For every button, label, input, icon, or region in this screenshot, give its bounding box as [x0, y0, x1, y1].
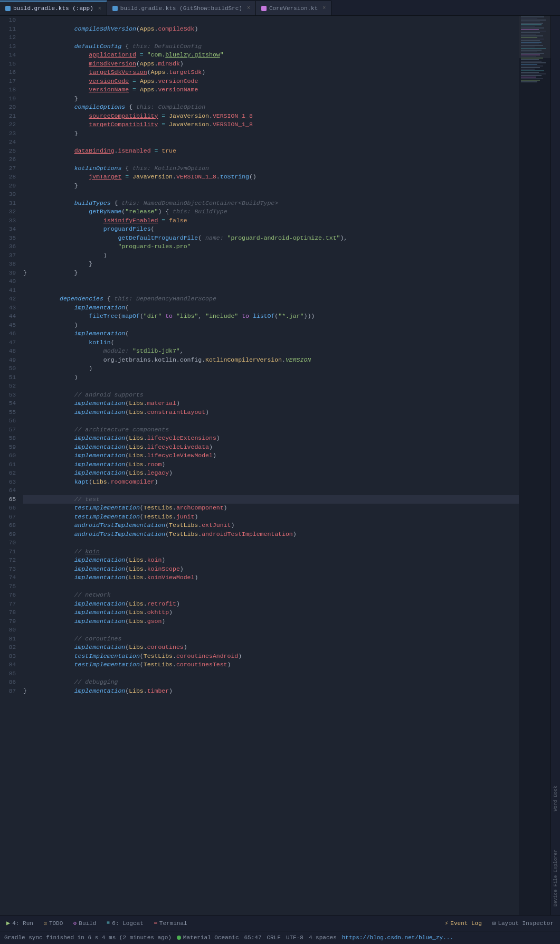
build-label: Build [79, 920, 96, 927]
cursor-position: 65:47 [244, 934, 261, 941]
code-line: // debugging [23, 669, 519, 678]
event-log-button[interactable]: ⚡ Event Log [443, 919, 484, 928]
build-button[interactable]: ⚙ Build [71, 919, 98, 928]
layout-inspector-icon: ⊞ [492, 920, 496, 927]
code-line: // architecture components [23, 417, 519, 426]
layout-inspector-button[interactable]: ⊞ Layout Inspector [490, 919, 556, 928]
code-line: // coroutines [23, 626, 519, 635]
status-dot-icon [177, 936, 181, 940]
code-line: // network [23, 582, 519, 591]
code-line: compileOptions { this: CompileOption [23, 95, 519, 103]
indent-info: 4 spaces [309, 934, 337, 941]
theme-label: Material Oceanic [183, 934, 239, 941]
tab-close-2[interactable]: × [247, 5, 250, 11]
code-content: compileSdkVersion(Apps.compileSdk) defau… [20, 16, 519, 915]
device-file-explorer-button[interactable]: Device File Explorer [552, 846, 559, 910]
right-toolbar: Word Book Device File Explorer [550, 16, 560, 915]
url-link[interactable]: https://blog.csdn.net/blue_zy... [342, 934, 453, 941]
code-view[interactable]: 1011121314 1516171819 2021222324 2526272… [0, 16, 519, 915]
logcat-label: 6: Logcat [112, 920, 143, 927]
code-line: defaultConfig { this: DefaultConfig [23, 33, 519, 42]
code-line: // android supports [23, 382, 519, 391]
code-line [23, 277, 519, 286]
tab-label-3: CoreVersion.kt [269, 5, 318, 12]
tab-close-1[interactable]: × [98, 6, 101, 12]
todo-icon: ☑ [44, 920, 47, 927]
event-log-label: Event Log [450, 920, 481, 927]
line-numbers: 1011121314 1516171819 2021222324 2526272… [0, 16, 20, 915]
code-line: dependencies { this: DependencyHandlerSc… [23, 286, 519, 295]
run-label: 4: Run [12, 920, 33, 927]
code-line: // test [23, 486, 519, 495]
gradle-icon [5, 6, 11, 11]
minimap-code-preview [521, 16, 548, 83]
sync-message: Gradle sync finished in 6 s 4 ms (2 minu… [4, 934, 172, 941]
run-icon: ▶ [6, 919, 10, 927]
code-line: dataBinding.isEnabled = true [23, 138, 519, 147]
line-ending: CRLF [267, 934, 281, 941]
todo-label: TODO [49, 920, 63, 927]
code-line: kotlinOptions { this: KotlinJvmOption [23, 155, 519, 164]
word-book-button[interactable]: Word Book [552, 782, 559, 815]
editor-area: 1011121314 1516171819 2021222324 2526272… [0, 16, 519, 915]
tab-label-2: build.gradle.kts (GitShow:buildSrc) [120, 5, 242, 12]
main-layout: 1011121314 1516171819 2021222324 2526272… [0, 16, 560, 915]
event-log-icon: ⚡ [445, 920, 449, 927]
code-line: implementation( [23, 321, 519, 330]
code-line: } [23, 269, 519, 278]
terminal-label: Terminal [159, 920, 187, 927]
status-bar: Gradle sync finished in 6 s 4 ms (2 minu… [0, 931, 560, 944]
tab-build-gradle-app[interactable]: build.gradle.kts (:app) × [0, 1, 107, 15]
code-line: } [23, 260, 519, 269]
code-line [23, 182, 519, 191]
code-line [23, 129, 519, 138]
logcat-icon: ≡ [107, 920, 110, 926]
run-button[interactable]: ▶ 4: Run [4, 918, 35, 928]
kotlin-icon [261, 6, 267, 11]
build-icon: ⚙ [73, 920, 77, 927]
tab-build-gradle-buildsrc[interactable]: build.gradle.kts (GitShow:buildSrc) × [107, 1, 256, 15]
code-line: buildTypes { this: NamedDomainObjectCont… [23, 190, 519, 199]
layout-inspector-label: Layout Inspector [498, 920, 554, 927]
code-line [23, 373, 519, 382]
code-line: ) [23, 364, 519, 373]
theme-indicator: Material Oceanic [177, 934, 239, 941]
minimap [519, 16, 550, 915]
terminal-button[interactable]: ⌨ Terminal [152, 919, 189, 928]
todo-button[interactable]: ☑ TODO [42, 919, 65, 928]
gradle-icon-2 [112, 6, 118, 11]
tab-coreversion[interactable]: CoreVersion.kt × [256, 1, 331, 15]
bottom-toolbar: ▶ 4: Run ☑ TODO ⚙ Build ≡ 6: Logcat ⌨ Te… [0, 915, 560, 931]
tab-bar: build.gradle.kts (:app) × build.gradle.k… [0, 0, 560, 16]
logcat-button[interactable]: ≡ 6: Logcat [105, 919, 145, 928]
code-line: // koin [23, 539, 519, 547]
encoding: UTF-8 [286, 934, 303, 941]
tab-label-1: build.gradle.kts (:app) [13, 5, 93, 12]
tab-close-3[interactable]: × [322, 5, 326, 11]
code-line: compileSdkVersion(Apps.compileSdk) [23, 16, 519, 25]
terminal-icon: ⌨ [154, 920, 157, 927]
